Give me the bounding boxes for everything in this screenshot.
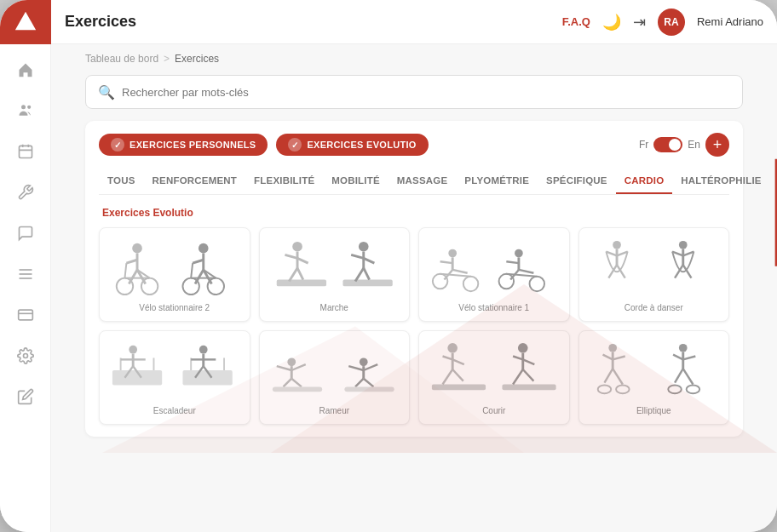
exercise-name-7: Courir <box>482 406 505 415</box>
add-button[interactable]: + <box>705 133 729 157</box>
svg-point-80 <box>129 346 137 354</box>
exercise-card-7[interactable]: Courir <box>418 330 570 425</box>
sidebar-item-card[interactable] <box>7 296 44 334</box>
svg-point-102 <box>359 358 367 366</box>
dark-mode-icon[interactable]: 🌙 <box>602 13 621 31</box>
sidebar-item-chat[interactable] <box>7 215 44 252</box>
pill-label-2: EXERCICES EVOLUTIO <box>307 140 416 150</box>
svg-line-115 <box>452 359 464 364</box>
svg-point-2 <box>27 106 31 109</box>
sidebar-item-tools[interactable] <box>7 174 44 211</box>
svg-point-89 <box>199 346 208 354</box>
exercise-card-6[interactable]: Rameur <box>259 330 411 425</box>
svg-rect-35 <box>276 280 325 287</box>
page-title: Exercices <box>65 13 562 31</box>
svg-point-57 <box>515 249 523 258</box>
tab-specifique[interactable]: SPÉCIFIQUE <box>538 169 616 194</box>
lang-switch[interactable] <box>653 137 682 152</box>
svg-line-125 <box>602 355 613 360</box>
sidebar-item-home[interactable] <box>7 51 44 89</box>
pill-personnels[interactable]: ✓ EXERCICES PERSONNELS <box>99 134 268 156</box>
exercise-name-6: Rameur <box>319 406 349 415</box>
category-tabs: TOUS RENFORCEMENT FLEXIBILITÉ MOBILITÉ M… <box>99 169 729 195</box>
sidebar-item-gear[interactable] <box>7 337 44 375</box>
svg-line-29 <box>193 260 204 263</box>
tab-halterophilie[interactable]: HALTÉROPHILIE <box>672 169 769 194</box>
svg-point-21 <box>117 278 133 295</box>
tab-renforcement[interactable]: RENFORCEMENT <box>144 169 246 194</box>
exercise-card-8[interactable]: Elliptique <box>578 330 730 425</box>
exercise-card-2[interactable]: Marche <box>259 227 411 322</box>
svg-point-110 <box>447 343 458 353</box>
filter-top: ✓ EXERCICES PERSONNELS ✓ EXERCICES EVOLU… <box>99 133 729 157</box>
svg-line-122 <box>523 359 535 364</box>
pill-label-1: EXERCICES PERSONNELS <box>130 140 256 150</box>
sidebar-item-calendar[interactable] <box>7 133 44 170</box>
exercise-name-1: Vélo stationnaire 2 <box>139 303 210 312</box>
tablet-frame: Exercices F.A.Q 🌙 ⇥ RA Remi Adriano <box>0 0 777 532</box>
exercise-img-2 <box>268 237 401 298</box>
svg-line-127 <box>604 369 613 383</box>
svg-point-54 <box>463 277 478 291</box>
faq-link[interactable]: F.A.Q <box>562 15 590 28</box>
exercise-img-6 <box>268 340 401 401</box>
exercise-card-5[interactable]: Escaladeur <box>99 330 250 425</box>
breadcrumb-current: Exercices <box>175 53 219 65</box>
main-layout: Tableau de bord > Exercices 🔍 <box>0 44 777 532</box>
tab-plyometrie[interactable]: PLYOMÉTRIE <box>456 169 538 194</box>
breadcrumb-home[interactable]: Tableau de bord <box>85 53 158 65</box>
svg-line-97 <box>276 366 291 370</box>
main-content: Tableau de bord > Exercices 🔍 <box>51 44 777 532</box>
svg-line-136 <box>682 369 693 384</box>
svg-point-43 <box>358 242 368 252</box>
breadcrumb-separator: > <box>164 53 170 65</box>
svg-line-22 <box>124 263 126 277</box>
svg-line-133 <box>673 355 683 360</box>
tab-tous[interactable]: TOUS <box>99 169 144 194</box>
svg-line-38 <box>289 268 297 282</box>
sidebar-item-wrench[interactable] <box>7 255 44 293</box>
sidebar-item-users[interactable] <box>7 92 44 129</box>
svg-line-107 <box>363 379 373 387</box>
svg-line-59 <box>506 261 519 263</box>
exercise-card-3[interactable]: Vélo stationnaire 1 <box>418 227 570 322</box>
lang-fr[interactable]: Fr <box>639 139 648 151</box>
svg-point-15 <box>132 243 142 254</box>
svg-line-45 <box>355 268 364 282</box>
svg-marker-0 <box>15 11 36 29</box>
tab-flexibilite[interactable]: FLEXIBILITÉ <box>245 169 323 194</box>
filter-pills: ✓ EXERCICES PERSONNELS ✓ EXERCICES EVOLU… <box>99 134 429 156</box>
svg-line-120 <box>523 369 534 381</box>
svg-line-32 <box>191 263 193 277</box>
svg-line-46 <box>363 268 369 280</box>
svg-line-47 <box>351 255 364 258</box>
svg-point-138 <box>686 385 699 393</box>
exercise-name-8: Elliptique <box>636 406 671 415</box>
tab-cardio[interactable]: CARDIO <box>616 169 673 194</box>
exercise-img-8 <box>588 340 721 401</box>
svg-rect-101 <box>272 386 321 392</box>
svg-rect-42 <box>342 280 392 287</box>
exercise-card-1[interactable]: Vélo stationnaire 2 <box>99 227 250 322</box>
search-icon: 🔍 <box>98 84 115 100</box>
svg-point-129 <box>597 385 611 393</box>
svg-point-20 <box>141 278 158 295</box>
pill-check-2: ✓ <box>288 138 302 152</box>
lang-en[interactable]: En <box>688 139 700 151</box>
svg-point-25 <box>199 243 209 254</box>
tab-massage[interactable]: MASSAGE <box>388 169 457 194</box>
pill-evolutio[interactable]: ✓ EXERCICES EVOLUTIO <box>276 134 428 156</box>
search-input[interactable] <box>122 86 730 99</box>
svg-line-114 <box>443 356 453 359</box>
content-inner: Tableau de bord > Exercices 🔍 <box>51 44 777 454</box>
svg-line-135 <box>675 369 683 383</box>
exercise-name-3: Vélo stationnaire 1 <box>458 303 529 312</box>
sidebar-item-edit[interactable] <box>7 378 44 415</box>
exercise-img-5 <box>108 340 241 401</box>
exercise-name-5: Escaladeur <box>153 406 196 415</box>
logo-icon <box>14 10 37 34</box>
tab-mobilite[interactable]: MOBILITÉ <box>323 169 388 194</box>
svg-line-106 <box>355 379 364 387</box>
svg-line-39 <box>297 268 303 280</box>
logout-icon[interactable]: ⇥ <box>633 13 646 31</box>
